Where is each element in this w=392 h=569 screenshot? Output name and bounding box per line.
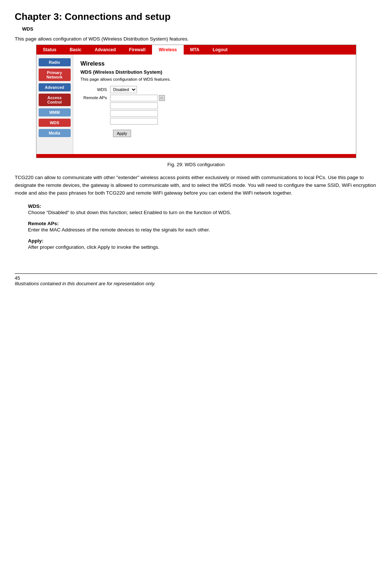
page-footer: 45 Illustrations contained in this docum…: [15, 273, 377, 286]
sidebar-advanced[interactable]: Advanced: [39, 83, 71, 91]
wds-description: This page allows configuration of WDS fe…: [81, 77, 349, 81]
wds-form-row: WDS Disabled Enabled: [81, 86, 349, 93]
wds-subheading: WDS (Wireless Distribution System): [81, 69, 349, 75]
remote-ap-row-3: [110, 110, 165, 117]
remote-ap-input-2[interactable]: [110, 102, 158, 109]
fig-caption: Fig. 29: WDS configuration: [15, 162, 377, 167]
field-section-remote-aps: Remote APs: Enter the MAC Addresses of t…: [28, 220, 377, 234]
router-body: Radio Primary Network Advanced Access Co…: [36, 55, 356, 154]
nav-status[interactable]: Status: [36, 45, 63, 55]
sidebar-wmm[interactable]: WMM: [39, 108, 71, 116]
remote-ap-input-3[interactable]: [110, 110, 158, 117]
router-red-bar: [36, 154, 356, 158]
intro-text: This page allows configuration of WDS (W…: [15, 36, 377, 42]
nav-mta[interactable]: MTA: [184, 45, 206, 55]
field-apply-title: Apply:: [28, 238, 43, 244]
field-wds-title: WDS:: [28, 203, 41, 209]
sidebar-access-control[interactable]: Access Control: [39, 94, 71, 106]
remote-ap-row-2: [110, 102, 165, 109]
field-section-wds: WDS: Choose “Disabled” to shut down this…: [28, 203, 377, 217]
remote-aps-inputs: □: [110, 95, 165, 125]
field-apply-desc: After proper configuration, click Apply …: [28, 244, 159, 250]
remote-ap-row-1: □: [110, 95, 165, 101]
sidebar-primary-network[interactable]: Primary Network: [39, 69, 71, 81]
remote-ap-icon-1[interactable]: □: [159, 95, 165, 101]
nav-advanced[interactable]: Advanced: [88, 45, 122, 55]
router-ui-mockup: Status Basic Advanced Firewall Wireless …: [36, 45, 356, 158]
field-remote-aps-title: Remote APs:: [28, 221, 59, 226]
wds-select[interactable]: Disabled Enabled: [110, 86, 137, 93]
field-wds-desc: Choose “Disabled” to shut down this func…: [28, 210, 231, 215]
field-section-apply: Apply: After proper configuration, click…: [28, 238, 377, 251]
remote-aps-label: Remote APs: [81, 95, 110, 100]
router-sidebar: Radio Primary Network Advanced Access Co…: [36, 55, 73, 154]
footer-note: Illustrations contained in this document…: [15, 281, 377, 286]
field-remote-aps-desc: Enter the MAC Addresses of the remote de…: [28, 227, 210, 233]
chapter-title: Chapter 3: Connections and setup: [15, 11, 377, 22]
section-subtitle: WDS: [22, 26, 377, 32]
remote-aps-section: Remote APs □: [81, 95, 349, 125]
remote-ap-input-1[interactable]: [110, 95, 158, 101]
apply-button[interactable]: Apply: [113, 130, 131, 137]
nav-logout[interactable]: Logout: [206, 45, 234, 55]
remote-ap-input-4[interactable]: [110, 118, 158, 125]
wds-label: WDS: [81, 87, 110, 92]
sidebar-media[interactable]: Media: [39, 129, 71, 137]
wireless-heading: Wireless: [81, 60, 349, 67]
router-nav: Status Basic Advanced Firewall Wireless …: [36, 45, 356, 55]
body-paragraph-1: TCG220 can allow to communicate with oth…: [15, 174, 377, 197]
nav-wireless[interactable]: Wireless: [152, 45, 183, 55]
remote-ap-row-4: [110, 118, 165, 125]
sidebar-radio[interactable]: Radio: [39, 58, 71, 66]
router-main-content: Wireless WDS (Wireless Distribution Syst…: [73, 55, 356, 154]
nav-firewall[interactable]: Firewall: [123, 45, 152, 55]
page-number: 45: [15, 275, 377, 281]
nav-basic[interactable]: Basic: [63, 45, 88, 55]
sidebar-wds[interactable]: WDS: [39, 119, 71, 127]
